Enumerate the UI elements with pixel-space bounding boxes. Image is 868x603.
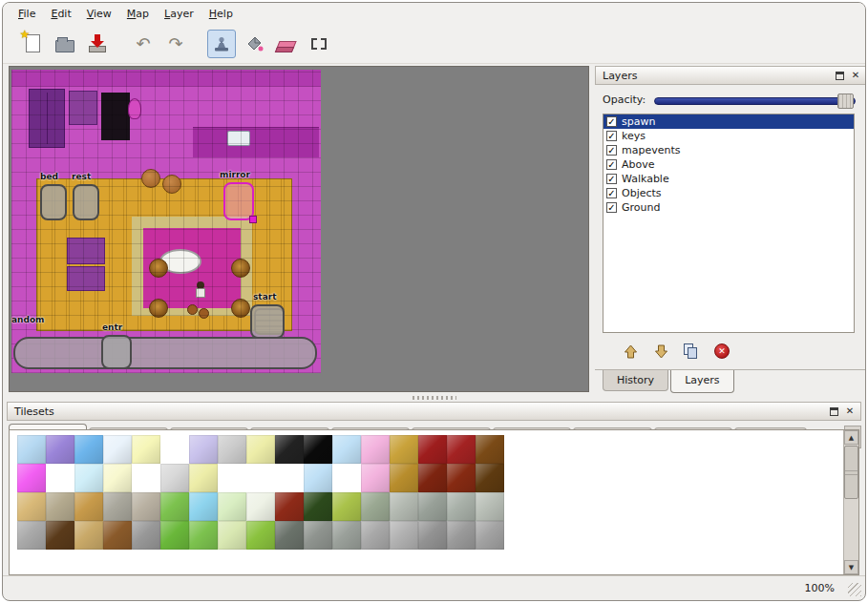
layer-visibility-checkbox[interactable]: ✓ <box>606 188 617 198</box>
tileset-tile[interactable] <box>275 492 304 521</box>
tileset-tile[interactable] <box>246 464 275 492</box>
menu-item-map[interactable]: Map <box>119 5 157 23</box>
tileset-tile[interactable] <box>476 521 504 550</box>
tileset-tile[interactable] <box>46 492 74 521</box>
map-view[interactable]: bed rest mirror start entr andom <box>11 70 321 373</box>
close-panel-button[interactable]: ✕ <box>849 69 862 82</box>
layer-row-Walkable[interactable]: ✓Walkable <box>603 172 854 186</box>
float-panel-button[interactable] <box>833 69 846 82</box>
layer-visibility-checkbox[interactable]: ✓ <box>606 131 617 141</box>
tileset-tile[interactable] <box>390 492 418 521</box>
opacity-slider-handle[interactable] <box>837 94 854 109</box>
vertical-scrollbar[interactable]: ▲ ▼ <box>843 430 858 574</box>
raise-layer-button[interactable] <box>620 341 641 362</box>
tileset-tile[interactable] <box>418 464 447 492</box>
tileset-tile[interactable] <box>447 492 476 521</box>
scroll-down-button[interactable]: ▼ <box>844 560 858 574</box>
tileset-tile[interactable] <box>103 435 132 464</box>
tileset-tile[interactable] <box>304 492 332 521</box>
tileset-tile[interactable] <box>476 435 504 464</box>
tab-layers[interactable]: Layers <box>670 370 733 393</box>
map-object-mirror[interactable] <box>223 182 254 220</box>
layer-row-mapevents[interactable]: ✓mapevents <box>603 143 854 157</box>
tileset-tile[interactable] <box>275 521 304 550</box>
tileset-tile[interactable] <box>74 492 103 521</box>
tileset-tile[interactable] <box>46 464 74 492</box>
tileset-tile[interactable] <box>332 464 361 492</box>
tileset-tile[interactable] <box>17 435 46 464</box>
tileset-tile[interactable] <box>418 435 447 464</box>
map-object-start[interactable] <box>250 304 285 339</box>
tileset-tile[interactable] <box>361 521 390 550</box>
tileset-tile[interactable] <box>390 464 418 492</box>
scrollbar-thumb[interactable] <box>844 446 858 499</box>
tileset-tile[interactable] <box>160 435 189 464</box>
tileset-tile[interactable] <box>218 492 246 521</box>
layer-row-keys[interactable]: ✓keys <box>603 129 854 143</box>
tileset-tile[interactable] <box>17 464 46 492</box>
tileset-tile[interactable] <box>74 435 103 464</box>
tileset-tile[interactable] <box>160 492 189 521</box>
tileset-tile[interactable] <box>361 435 390 464</box>
tileset-tile[interactable] <box>476 492 504 521</box>
tileset-tile[interactable] <box>160 464 189 492</box>
tileset-tile[interactable] <box>246 521 275 550</box>
tileset-tile[interactable] <box>74 521 103 550</box>
tileset-tile[interactable] <box>332 435 361 464</box>
tileset-tile[interactable] <box>246 492 275 521</box>
layer-row-spawn[interactable]: ✓spawn <box>603 114 854 129</box>
menu-item-help[interactable]: Help <box>201 5 241 23</box>
open-file-button[interactable] <box>51 30 79 58</box>
map-object-entr[interactable] <box>101 335 132 369</box>
menu-item-edit[interactable]: Edit <box>43 5 78 23</box>
tileset-tile[interactable] <box>361 464 390 492</box>
tileset-tile[interactable] <box>476 464 504 492</box>
tileset-tile[interactable] <box>418 521 447 550</box>
undo-button[interactable]: ↶ <box>129 30 158 58</box>
tileset-tile[interactable] <box>246 435 275 464</box>
close-panel-button[interactable]: ✕ <box>843 405 857 418</box>
tileset-tile[interactable] <box>447 435 476 464</box>
rect-select-tool-button[interactable] <box>305 30 333 58</box>
tileset-tile[interactable] <box>275 464 304 492</box>
tileset-tile[interactable] <box>17 492 46 521</box>
save-file-button[interactable] <box>83 30 112 58</box>
tileset-tile[interactable] <box>132 521 160 550</box>
tileset-tile[interactable] <box>218 464 246 492</box>
tileset-tile[interactable] <box>17 521 46 550</box>
tileset-tile[interactable] <box>304 464 332 492</box>
tileset-tile[interactable] <box>304 521 332 550</box>
map-object-bed[interactable] <box>40 184 67 220</box>
tileset-tile[interactable] <box>275 435 304 464</box>
layer-row-Ground[interactable]: ✓Ground <box>603 200 854 215</box>
tileset-tile[interactable] <box>447 464 476 492</box>
layer-visibility-checkbox[interactable]: ✓ <box>606 202 617 213</box>
tileset-tile[interactable] <box>160 521 189 550</box>
opacity-slider[interactable] <box>654 97 856 105</box>
layer-visibility-checkbox[interactable]: ✓ <box>606 116 617 127</box>
tab-history[interactable]: History <box>603 370 668 391</box>
eraser-tool-button[interactable] <box>272 30 301 58</box>
map-object-bar[interactable] <box>13 337 317 369</box>
layer-row-Above[interactable]: ✓Above <box>603 157 854 172</box>
layer-visibility-checkbox[interactable]: ✓ <box>606 145 617 156</box>
menu-item-view[interactable]: View <box>79 5 119 23</box>
tileset-tile[interactable] <box>103 521 132 550</box>
duplicate-layer-button[interactable] <box>681 341 702 362</box>
tileset-tile[interactable] <box>218 521 246 550</box>
new-file-button[interactable]: ★ <box>18 30 47 58</box>
tileset-tile[interactable] <box>189 492 218 521</box>
tileset-tile[interactable] <box>103 492 132 521</box>
lower-layer-button[interactable] <box>650 341 671 362</box>
tileset-tile[interactable] <box>390 435 418 464</box>
tileset-tile[interactable] <box>189 464 218 492</box>
layer-visibility-checkbox[interactable]: ✓ <box>606 159 617 170</box>
scroll-up-button[interactable]: ▲ <box>844 430 858 445</box>
selection-handle[interactable] <box>249 216 257 223</box>
map-canvas[interactable]: bed rest mirror start entr andom <box>9 66 589 392</box>
tileset-tile[interactable] <box>189 521 218 550</box>
tileset-tile[interactable] <box>361 492 390 521</box>
tileset-tile[interactable] <box>132 435 160 464</box>
fill-tool-button[interactable] <box>240 30 268 58</box>
tileset-tile[interactable] <box>418 492 447 521</box>
